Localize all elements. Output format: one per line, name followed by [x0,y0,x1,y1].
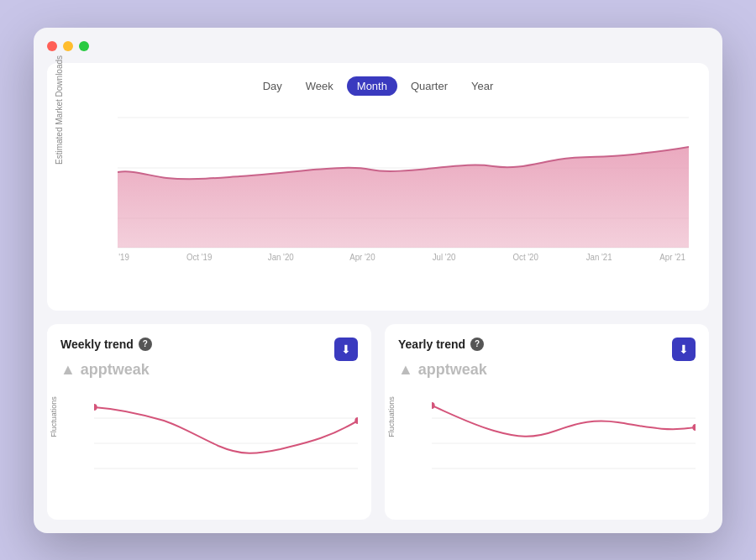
weekly-download-button[interactable]: ⬇ [334,338,358,361]
tab-day[interactable]: Day [253,76,292,96]
tab-year[interactable]: Year [461,76,503,96]
close-button[interactable] [47,41,57,51]
weekly-trend-card: Weekly trend ? ▲ apptweak ⬇ [47,324,371,520]
weekly-start-dot [94,404,97,411]
yearly-trend-header: ▲ apptweak ⬇ [398,361,696,385]
yearly-start-dot [432,402,435,409]
yearly-download-button[interactable]: ⬇ [672,338,696,361]
svg-text:Jan '20: Jan '20 [268,252,294,261]
weekly-help-icon[interactable]: ? [139,338,152,351]
apptweak-logo-weekly: ▲ apptweak [60,361,150,379]
minimize-button[interactable] [63,41,73,51]
chart-area-fill [118,147,689,248]
y-axis-label: Estimated Market Downloads [55,118,64,165]
app-window: Day Week Month Quarter Year Estimated Ma… [34,28,722,533]
logo-symbol-weekly: ▲ [60,361,76,379]
tab-quarter[interactable]: Quarter [401,76,458,96]
weekly-line [94,407,358,453]
yearly-line [432,406,696,437]
weekly-chart: 0 % -10 % -20 % Fluctuations [60,389,358,506]
yearly-chart-area: 0 % -10 % -20 % [398,389,696,493]
apptweak-logo-yearly: ▲ apptweak [398,361,487,379]
yearly-chart: 0 % -10 % -20 % Fluctuations [398,389,696,506]
weekly-y-axis-label: Fluctuations [50,396,58,437]
yearly-end-dot [692,424,696,431]
tab-month[interactable]: Month [347,76,397,96]
weekly-trend-header: ▲ apptweak ⬇ [60,361,358,385]
yearly-chart-svg: 0 % -10 % -20 % [432,389,696,489]
yearly-help-icon[interactable]: ? [470,338,484,351]
yearly-trend-card: Yearly trend ? ▲ apptweak ⬇ [385,324,709,520]
titlebar [47,41,709,51]
svg-text:Oct '19: Oct '19 [186,252,213,261]
weekly-trend-title: Weekly trend ? [60,338,358,351]
svg-text:Oct '20: Oct '20 [512,252,538,261]
yearly-y-axis-label: Fluctuations [387,396,396,437]
svg-text:Jan '21: Jan '21 [586,252,612,261]
main-chart-svg: 40M 20M 0 Jul '19 Oct '19 [118,109,689,269]
weekly-chart-svg: 0 % -10 % -20 % [94,389,358,489]
logo-symbol-yearly: ▲ [398,361,413,379]
maximize-button[interactable] [79,41,89,51]
main-chart-section: Day Week Month Quarter Year Estimated Ma… [47,63,709,311]
yearly-trend-title: Yearly trend ? [398,338,696,351]
bottom-section: Weekly trend ? ▲ apptweak ⬇ [47,324,709,520]
svg-text:Apr '20: Apr '20 [349,252,375,261]
svg-text:Apr '21: Apr '21 [659,252,685,261]
tab-week[interactable]: Week [296,76,344,96]
weekly-chart-area: 0 % -10 % -20 % [60,389,358,493]
svg-text:Jul '19: Jul '19 [118,252,129,261]
main-chart-area: Estimated Market Downloads 40M 20M 0 [67,109,689,294]
time-tabs: Day Week Month Quarter Year [67,76,689,96]
svg-text:Jul '20: Jul '20 [433,252,456,261]
